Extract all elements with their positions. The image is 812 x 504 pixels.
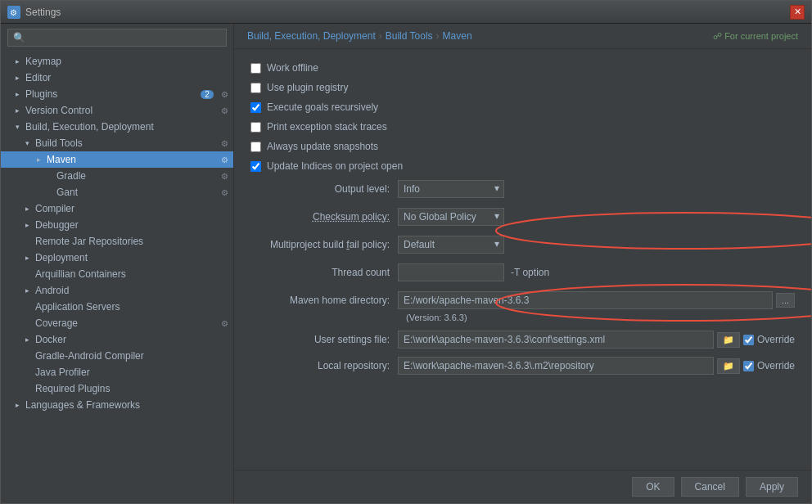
- sidebar-item-deployment[interactable]: Deployment: [1, 250, 233, 266]
- use-plugin-row: Use plugin registry: [250, 82, 795, 93]
- sidebar-item-debugger[interactable]: Debugger: [1, 217, 233, 233]
- breadcrumb-build[interactable]: Build, Execution, Deployment: [247, 30, 376, 42]
- sidebar-item-app-servers[interactable]: Application Servers: [1, 299, 233, 315]
- sidebar-item-gradle-android[interactable]: Gradle-Android Compiler: [1, 348, 233, 364]
- apply-button[interactable]: Apply: [746, 477, 798, 497]
- maven-home-row: Maven home directory: ...: [250, 291, 795, 309]
- sidebar-item-build-tools[interactable]: Build Tools ⚙: [1, 135, 233, 151]
- ok-button[interactable]: OK: [632, 477, 674, 497]
- breadcrumb-buildtools[interactable]: Build Tools: [386, 30, 433, 42]
- title-bar: ⚙ Settings ✕: [1, 1, 811, 24]
- local-repo-input[interactable]: [398, 357, 714, 375]
- sidebar: Keymap Editor Plugins 2 ⚙ Version Co: [1, 24, 234, 503]
- sidebar-item-editor[interactable]: Editor: [1, 70, 233, 86]
- sidebar-item-required-plugins[interactable]: Required Plugins: [1, 380, 233, 397]
- user-settings-override-checkbox[interactable]: [743, 335, 754, 345]
- sidebar-item-version-control[interactable]: Version Control ⚙: [1, 102, 233, 119]
- settings-icon: ⚙: [219, 170, 230, 182]
- work-offline-row: Work offline: [250, 62, 795, 74]
- sidebar-item-arquillian[interactable]: Arquillian Containers: [1, 266, 233, 282]
- settings-icon: ⚙: [219, 187, 230, 198]
- sidebar-item-label: Maven: [47, 154, 219, 165]
- update-indices-row: Update Indices on project open: [250, 160, 795, 172]
- maven-home-browse-button[interactable]: ...: [776, 293, 795, 308]
- sidebar-item-compiler[interactable]: Compiler: [1, 200, 233, 217]
- breadcrumb: Build, Execution, Deployment › Build Too…: [234, 24, 811, 49]
- user-settings-browse-button[interactable]: 📁: [717, 332, 740, 348]
- arrow-icon: [16, 123, 25, 131]
- print-exception-checkbox[interactable]: [250, 122, 261, 133]
- print-exception-label: Print exception stack traces: [267, 121, 387, 133]
- arrow-icon: [25, 205, 35, 213]
- window-title: Settings: [25, 7, 790, 18]
- settings-icon: ⚙: [219, 137, 230, 149]
- arrow-icon: [16, 106, 25, 115]
- multiproject-select[interactable]: Default Fail at end Fail fast: [398, 236, 504, 254]
- arrow-icon: [25, 254, 35, 262]
- thread-count-row: Thread count -T option: [250, 263, 795, 281]
- sidebar-item-label: Editor: [25, 72, 233, 83]
- settings-icon: ⚙: [219, 154, 230, 165]
- checksum-policy-label: Checksum policy:: [250, 211, 398, 223]
- main-panel: Build, Execution, Deployment › Build Too…: [234, 24, 811, 503]
- print-exception-row: Print exception stack traces: [250, 121, 795, 133]
- local-repo-override: Override: [743, 360, 795, 371]
- search-input[interactable]: [7, 29, 227, 47]
- output-level-row: Output level: Info Debug Error: [250, 180, 795, 198]
- sidebar-item-label: Plugins: [25, 88, 201, 100]
- sidebar-item-label: Java Profiler: [35, 367, 233, 378]
- use-plugin-checkbox[interactable]: [250, 83, 261, 93]
- sidebar-item-remote-jar[interactable]: Remote Jar Repositories: [1, 233, 233, 250]
- sidebar-item-gradle[interactable]: Gradle ⚙: [1, 168, 233, 184]
- update-indices-label: Update Indices on project open: [267, 160, 403, 172]
- always-update-checkbox[interactable]: [250, 142, 261, 152]
- local-repo-browse-button[interactable]: 📁: [717, 358, 740, 374]
- maven-version-note: (Version: 3.6.3): [250, 313, 795, 322]
- multiproject-select-wrapper: Default Fail at end Fail fast: [398, 236, 504, 254]
- local-repo-label: Local repository:: [250, 360, 398, 371]
- sidebar-item-gant[interactable]: Gant ⚙: [1, 184, 233, 200]
- execute-goals-label: Execute goals recursively: [267, 101, 378, 113]
- sidebar-item-maven[interactable]: ▸ Maven ⚙: [1, 151, 233, 168]
- output-level-select[interactable]: Info Debug Error: [398, 180, 504, 198]
- sidebar-item-languages[interactable]: Languages & Frameworks: [1, 397, 233, 413]
- sidebar-item-build-exec-deploy[interactable]: Build, Execution, Deployment: [1, 119, 233, 135]
- thread-count-input[interactable]: [398, 263, 504, 281]
- sidebar-item-java-profiler[interactable]: Java Profiler: [1, 364, 233, 380]
- local-repo-override-checkbox[interactable]: [743, 361, 754, 371]
- settings-icon: ⚙: [219, 317, 230, 329]
- checksum-policy-select[interactable]: No Global Policy Warn Fail: [398, 208, 504, 226]
- arrow-icon: [25, 221, 35, 229]
- breadcrumb-maven: Maven: [443, 30, 472, 42]
- sidebar-item-label: Gradle: [56, 170, 219, 182]
- sidebar-item-docker[interactable]: Docker: [1, 331, 233, 348]
- plugins-badge: 2: [201, 90, 214, 99]
- sidebar-item-label: Build, Execution, Deployment: [25, 121, 233, 133]
- maven-home-section: Maven home directory: ... (Version: 3.6.…: [250, 291, 795, 322]
- breadcrumb-sep2: ›: [436, 30, 440, 42]
- arrow-icon: [16, 90, 25, 98]
- sidebar-item-label: Compiler: [35, 203, 233, 214]
- settings-window: ⚙ Settings ✕ Keymap Editor: [0, 0, 812, 504]
- user-settings-input[interactable]: [398, 331, 714, 349]
- folder-icon: 📁: [723, 361, 734, 371]
- breadcrumb-project[interactable]: ☍ For current project: [713, 31, 798, 42]
- sidebar-item-android[interactable]: Android: [1, 282, 233, 299]
- arrow-icon: [25, 286, 35, 295]
- settings-icon: ⚙: [219, 88, 230, 100]
- sidebar-item-plugins[interactable]: Plugins 2 ⚙: [1, 86, 233, 102]
- update-indices-checkbox[interactable]: [250, 161, 261, 172]
- multiproject-label: Multiproject build fail policy:: [250, 239, 398, 250]
- work-offline-checkbox[interactable]: [250, 63, 261, 74]
- sidebar-item-keymap[interactable]: Keymap: [1, 53, 233, 70]
- always-update-row: Always update snapshots: [250, 141, 795, 152]
- sidebar-item-label: Keymap: [25, 56, 233, 67]
- cancel-button[interactable]: Cancel: [681, 477, 739, 497]
- svg-text:⚙: ⚙: [10, 8, 17, 17]
- settings-icon: ⚙: [219, 105, 230, 116]
- maven-home-input[interactable]: [398, 291, 773, 309]
- close-button[interactable]: ✕: [790, 5, 805, 20]
- execute-goals-checkbox[interactable]: [250, 102, 261, 113]
- sidebar-item-coverage[interactable]: Coverage ⚙: [1, 315, 233, 331]
- thread-option-label: -T option: [511, 267, 549, 278]
